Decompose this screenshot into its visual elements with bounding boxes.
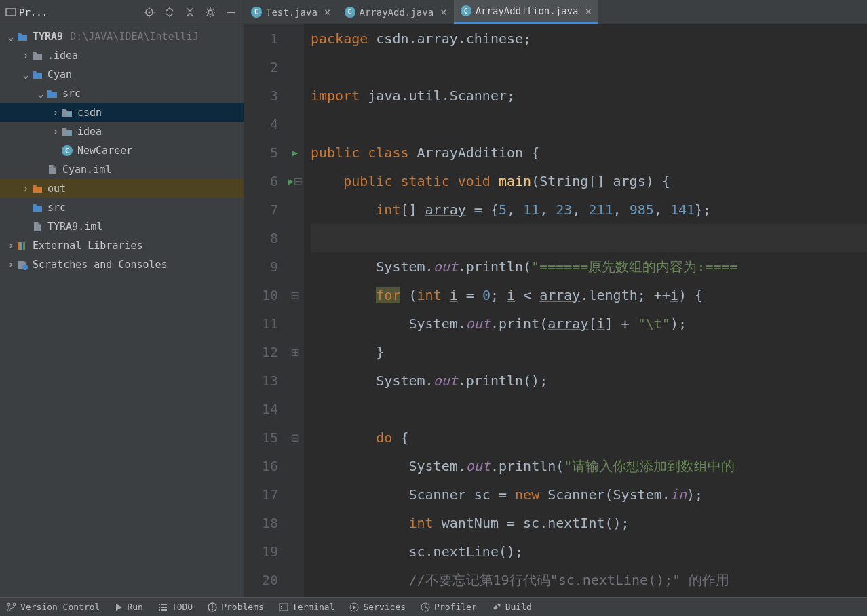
code-line[interactable]: sc.nextLine(); xyxy=(311,537,867,566)
gutter-marker[interactable] xyxy=(286,480,304,509)
code-line[interactable]: for (int i = 0; i < array.length; ++i) { xyxy=(311,281,867,309)
code-line[interactable]: System.out.println(); xyxy=(311,366,867,395)
line-gutter: 1234567891011121314151617181920 xyxy=(244,24,286,597)
tree-item-newcareer[interactable]: CNewCareer xyxy=(0,141,244,160)
gutter-marker[interactable] xyxy=(286,195,304,224)
gutter-marker[interactable] xyxy=(286,224,304,252)
gutter-marker[interactable] xyxy=(286,110,304,138)
close-icon[interactable]: × xyxy=(324,5,331,18)
tree-label: src xyxy=(62,88,81,100)
code-editor[interactable]: 1234567891011121314151617181920 ▶▶⊟⊟⊞⊟ p… xyxy=(244,24,867,597)
code-line[interactable] xyxy=(311,53,867,81)
gutter-marker[interactable]: ⊟ xyxy=(286,281,304,309)
tree-item-src[interactable]: ⌄src xyxy=(0,84,244,103)
chevron-icon[interactable]: › xyxy=(20,182,31,195)
close-icon[interactable]: × xyxy=(585,5,592,18)
status-run[interactable]: Run xyxy=(115,602,142,612)
gutter-marker[interactable]: ▶⊟ xyxy=(286,167,304,195)
status-profiler[interactable]: Profiler xyxy=(421,602,477,612)
code-line[interactable]: public class ArrayAddition { xyxy=(311,138,867,167)
project-selector[interactable]: Pr... xyxy=(5,7,142,18)
code-line[interactable]: package csdn.array.chinese; xyxy=(311,24,867,53)
tree-label: Scratches and Consoles xyxy=(33,258,168,271)
status-problems[interactable]: Problems xyxy=(208,602,264,612)
chevron-icon[interactable]: ⌄ xyxy=(35,88,46,100)
code-line[interactable]: System.out.println("======原先数组的内容为:==== xyxy=(311,252,867,281)
tree-item-cyan-iml[interactable]: Cyan.iml xyxy=(0,160,244,179)
locate-icon[interactable] xyxy=(142,5,157,20)
line-number: 6 xyxy=(244,167,278,195)
status-todo[interactable]: TODO xyxy=(158,602,193,612)
code-line[interactable]: do { xyxy=(311,423,867,452)
gutter-marker[interactable] xyxy=(286,252,304,281)
chevron-icon[interactable]: › xyxy=(5,258,16,271)
code-content[interactable]: package csdn.array.chinese;import java.u… xyxy=(304,24,867,597)
gutter-marker[interactable] xyxy=(286,24,304,53)
expand-icon[interactable] xyxy=(162,5,177,20)
chevron-icon[interactable]: › xyxy=(5,239,16,252)
code-line[interactable]: int wantNum = sc.nextInt(); xyxy=(311,509,867,537)
gutter-marker[interactable]: ▶ xyxy=(286,138,304,167)
code-line[interactable]: System.out.print(array[i] + "\t"); xyxy=(311,309,867,338)
minimize-icon[interactable] xyxy=(223,5,238,20)
tree-item--idea[interactable]: ›.idea xyxy=(0,46,244,65)
gutter-marker[interactable]: ⊟ xyxy=(286,423,304,452)
tree-item-tyra9-iml[interactable]: TYRA9.iml xyxy=(0,217,244,236)
tree-item-idea[interactable]: ›idea xyxy=(0,122,244,141)
close-icon[interactable]: × xyxy=(440,5,447,18)
tree-item-tyra9[interactable]: ⌄TYRA9D:\JAVA\IDEA\IntelliJ xyxy=(0,27,244,46)
project-sidebar: Pr... ⌄TYRA9D:\JAVA\IDEA\IntelliJ›.idea⌄… xyxy=(0,0,244,597)
gutter-marker[interactable]: ⊞ xyxy=(286,338,304,366)
gutter-markers[interactable]: ▶▶⊟⊟⊞⊟ xyxy=(286,24,304,597)
code-line[interactable]: int[] array = {5, 11, 23, 211, 985, 141}… xyxy=(311,195,867,224)
settings-icon[interactable] xyxy=(203,5,218,20)
fold-icon[interactable]: ⊟ xyxy=(291,281,299,309)
chevron-icon[interactable]: › xyxy=(50,107,61,119)
gutter-marker[interactable] xyxy=(286,537,304,566)
tree-item-out[interactable]: ›out xyxy=(0,179,244,198)
tree-item-src[interactable]: src xyxy=(0,198,244,217)
code-line[interactable]: //不要忘记第19行代码"sc.nextLine();" 的作用 xyxy=(311,566,867,594)
tree-item-external-libraries[interactable]: ›External Libraries xyxy=(0,236,244,255)
fold-icon[interactable]: ⊞ xyxy=(291,338,299,366)
project-tree[interactable]: ⌄TYRA9D:\JAVA\IDEA\IntelliJ›.idea⌄Cyan⌄s… xyxy=(0,24,244,597)
code-line[interactable] xyxy=(311,110,867,138)
chevron-icon[interactable]: ⌄ xyxy=(20,69,31,81)
svg-rect-12 xyxy=(20,242,22,250)
gutter-marker[interactable] xyxy=(286,452,304,480)
status-services[interactable]: Services xyxy=(349,602,406,612)
tab-arrayadd-java[interactable]: CArrayAdd.java× xyxy=(338,0,454,24)
gutter-marker[interactable] xyxy=(286,395,304,423)
tree-item-scratches-and-consoles[interactable]: ›Scratches and Consoles xyxy=(0,255,244,274)
code-line[interactable]: System.out.println("请输入你想添加到数组中的 xyxy=(311,452,867,480)
line-number: 16 xyxy=(244,452,278,480)
status-version-control[interactable]: Version Control xyxy=(7,602,100,612)
gutter-marker[interactable] xyxy=(286,81,304,110)
status-build[interactable]: Build xyxy=(492,602,532,612)
chevron-icon[interactable]: › xyxy=(50,126,61,138)
tree-item-cyan[interactable]: ⌄Cyan xyxy=(0,65,244,84)
run-marker-icon[interactable]: ▶ xyxy=(292,138,298,167)
gutter-marker[interactable] xyxy=(286,53,304,81)
gutter-marker[interactable] xyxy=(286,309,304,338)
fold-icon[interactable]: ⊟ xyxy=(294,167,302,195)
code-line[interactable] xyxy=(311,395,867,423)
tab-arrayaddition-java[interactable]: CArrayAddition.java× xyxy=(454,0,598,24)
tree-item-csdn[interactable]: ›csdn xyxy=(0,103,244,122)
gutter-marker[interactable] xyxy=(286,566,304,594)
code-line[interactable]: Scanner sc = new Scanner(System.in); xyxy=(311,480,867,509)
fold-icon[interactable]: ⊟ xyxy=(291,423,299,452)
code-line[interactable]: import java.util.Scanner; xyxy=(311,81,867,110)
chevron-icon[interactable]: › xyxy=(20,50,31,62)
chevron-icon[interactable]: ⌄ xyxy=(5,31,16,43)
run-marker-icon[interactable]: ▶ xyxy=(288,167,294,195)
gutter-marker[interactable] xyxy=(286,509,304,537)
tab-test-java[interactable]: CTest.java× xyxy=(244,0,338,24)
code-line[interactable]: } xyxy=(311,338,867,366)
gutter-marker[interactable] xyxy=(286,366,304,395)
code-line[interactable] xyxy=(311,224,867,252)
code-line[interactable]: public static void main(String[] args) { xyxy=(311,167,867,195)
status-terminal[interactable]: Terminal xyxy=(279,602,335,612)
collapse-icon[interactable] xyxy=(182,5,197,20)
project-label-text: Pr... xyxy=(19,7,47,18)
